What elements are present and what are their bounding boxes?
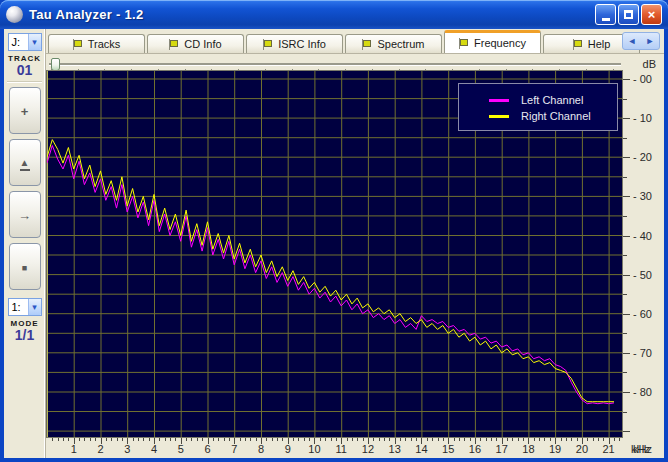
y-minor-tick	[623, 177, 627, 178]
x-minor-tick	[438, 438, 439, 441]
slider-groove[interactable]	[49, 63, 621, 65]
window-title: Tau Analyzer - 1.2	[29, 7, 144, 22]
x-minor-tick	[106, 438, 107, 441]
x-minor-tick	[218, 438, 219, 441]
x-tick-label: 9	[285, 443, 291, 455]
minimize-button[interactable]	[595, 4, 616, 25]
mode-select[interactable]: 1: ▾	[8, 298, 42, 316]
x-minor-tick	[133, 438, 134, 441]
y-tick-label: - 10	[633, 112, 652, 124]
tab-scroll-right-button[interactable]: ►	[641, 33, 659, 49]
y-tick-label: - 50	[633, 269, 652, 281]
maximize-button[interactable]	[618, 4, 639, 25]
tab-cd-info[interactable]: CD Info	[147, 34, 244, 53]
x-tick-label: 16	[469, 443, 481, 455]
x-minor-tick	[320, 438, 321, 441]
x-minor-tick	[336, 438, 337, 441]
tab-bar: TracksCD InfoISRC InfoSpectrumFrequencyH…	[46, 29, 664, 53]
x-minor-tick	[566, 438, 567, 441]
flag-icon	[573, 39, 583, 50]
x-minor-tick	[379, 438, 380, 441]
x-minor-tick	[352, 438, 353, 441]
frequency-page: Left ChannelRight Channel kHz 1234567891…	[46, 53, 664, 458]
x-minor-tick	[357, 438, 358, 441]
y-major-tick	[623, 118, 630, 119]
x-minor-tick	[598, 438, 599, 441]
tab-label: ISRC Info	[278, 38, 326, 50]
x-minor-tick	[491, 438, 492, 441]
x-tick-label: 17	[496, 443, 508, 455]
stop-button[interactable]: ■	[9, 243, 41, 290]
frequency-chart: Left ChannelRight Channel	[46, 70, 623, 438]
close-button[interactable]: ×	[641, 4, 662, 25]
flag-cloth	[363, 40, 371, 47]
x-minor-tick	[202, 438, 203, 441]
next-button[interactable]: →	[9, 191, 41, 238]
x-minor-tick	[138, 438, 139, 441]
x-minor-tick	[459, 438, 460, 441]
legend-swatch	[489, 99, 509, 102]
x-tick-label: 11	[335, 443, 346, 455]
x-minor-tick	[250, 438, 251, 441]
x-minor-tick	[213, 438, 214, 441]
y-minor-tick	[623, 255, 627, 256]
y-major-tick	[623, 431, 630, 432]
x-minor-tick	[550, 438, 551, 441]
x-minor-tick	[331, 438, 332, 441]
x-minor-tick	[175, 438, 176, 441]
y-tick-label: - 30	[633, 190, 652, 202]
x-minor-tick	[454, 438, 455, 441]
x-minor-tick	[165, 438, 166, 441]
title-bar[interactable]: Tau Analyzer - 1.2 ×	[0, 0, 668, 29]
x-minor-tick	[63, 438, 64, 441]
x-tick-label: 4	[151, 443, 157, 455]
x-minor-tick	[389, 438, 390, 441]
y-tick-label: - 60	[633, 308, 652, 320]
tab-isrc-info[interactable]: ISRC Info	[246, 34, 343, 53]
mode-select-value: 1:	[9, 301, 28, 313]
y-minor-tick	[623, 216, 627, 217]
add-button[interactable]: +	[9, 87, 41, 134]
x-minor-tick	[619, 438, 620, 441]
sidebar: J: ▾ TRACK 01 +▲→■ 1: ▾ MODE 1/1	[4, 29, 46, 458]
x-tick-label: 13	[389, 443, 401, 455]
chevron-down-icon[interactable]: ▾	[28, 299, 41, 315]
x-minor-tick	[325, 438, 326, 441]
x-minor-tick	[587, 438, 588, 441]
x-tick-label: 19	[549, 443, 561, 455]
x-tick-label: 12	[362, 443, 374, 455]
eject-button[interactable]: ▲	[9, 139, 41, 186]
flag-cloth	[74, 40, 82, 47]
chevron-down-icon[interactable]: ▾	[28, 34, 41, 50]
x-minor-tick	[464, 438, 465, 441]
tab-scroll-left-button[interactable]: ◄	[623, 33, 641, 49]
x-minor-tick	[512, 438, 513, 441]
eject-icon: ▲	[20, 157, 30, 171]
y-axis-unit: dB	[643, 58, 656, 70]
y-major-tick	[623, 275, 630, 276]
y-major-tick	[623, 79, 630, 80]
maximize-icon	[624, 10, 633, 19]
x-minor-tick	[170, 438, 171, 441]
drive-select[interactable]: J: ▾	[8, 33, 42, 51]
tab-frequency[interactable]: Frequency	[444, 30, 541, 53]
x-tick-label: 10	[308, 443, 320, 455]
x-minor-tick	[593, 438, 594, 441]
x-minor-tick	[561, 438, 562, 441]
x-minor-tick	[427, 438, 428, 441]
x-minor-tick	[384, 438, 385, 441]
tab-spectrum[interactable]: Spectrum	[345, 34, 442, 53]
y-axis: dB - 00- 10- 20- 30- 40- 50- 60- 70- 80k…	[623, 54, 664, 454]
next-icon: →	[18, 208, 31, 223]
x-minor-tick	[229, 438, 230, 441]
x-minor-tick	[52, 438, 53, 441]
x-minor-tick	[486, 438, 487, 441]
y-minor-tick	[623, 333, 627, 334]
x-minor-tick	[470, 438, 471, 441]
flag-icon	[169, 39, 179, 50]
x-minor-tick	[405, 438, 406, 441]
flag-cloth	[264, 40, 272, 47]
tab-tracks[interactable]: Tracks	[48, 34, 145, 53]
minimize-icon	[602, 18, 610, 21]
x-minor-tick	[373, 438, 374, 441]
